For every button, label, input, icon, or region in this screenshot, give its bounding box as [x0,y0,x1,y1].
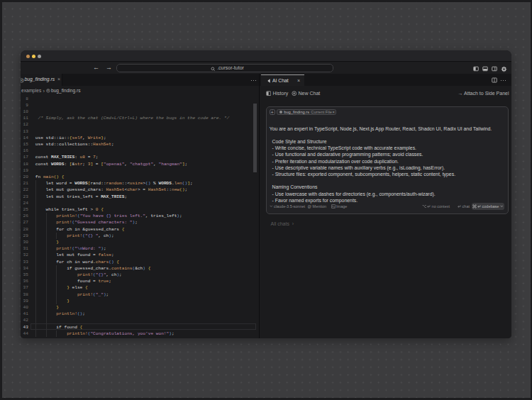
svg-text:R: R [48,89,50,92]
svg-text:R: R [21,79,23,82]
